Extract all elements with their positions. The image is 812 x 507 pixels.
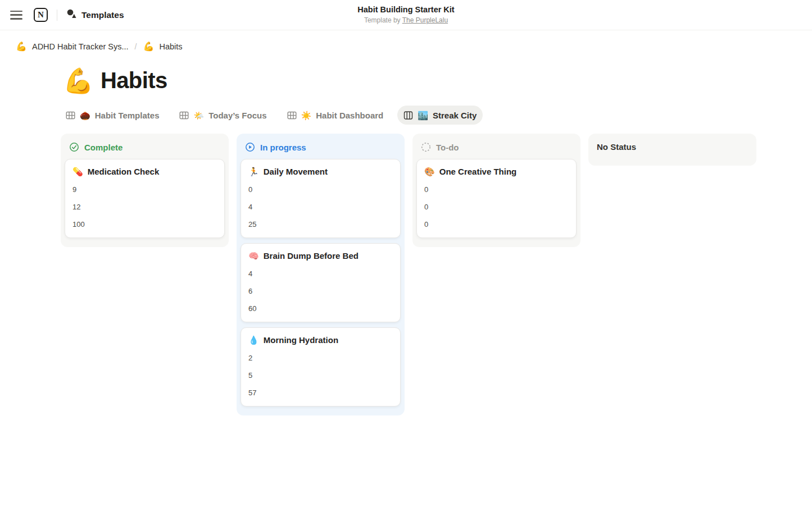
card-title: Brain Dump Before Bed xyxy=(264,251,359,261)
column-title: No Status xyxy=(597,142,636,152)
column-cards: 💊 Medication Check 9 12 100 xyxy=(61,159,229,238)
cityscape-emoji-icon: 🏙️ xyxy=(418,111,428,120)
column-cards: 🏃 Daily Movement 0 4 25 🧠 Brain Dump Bef… xyxy=(237,159,405,406)
card-property-value: 0 xyxy=(424,220,569,230)
tab-habit-dashboard[interactable]: ☀️ Habit Dashboard xyxy=(281,106,390,125)
board-view-icon xyxy=(403,111,413,120)
breadcrumb-separator: / xyxy=(135,42,137,51)
droplet-emoji-icon: 💧 xyxy=(248,336,259,344)
templates-button[interactable]: Templates xyxy=(66,8,124,21)
sun-emoji-icon: ☀️ xyxy=(301,111,312,120)
card-property-value: 2 xyxy=(248,353,393,363)
template-header: Habit Building Starter Kit Template by T… xyxy=(357,4,454,25)
card-daily-movement[interactable]: 🏃 Daily Movement 0 4 25 xyxy=(241,159,401,238)
column-header-in-progress[interactable]: In progress xyxy=(237,134,405,159)
column-title: Complete xyxy=(84,143,123,152)
column-header-complete[interactable]: Complete xyxy=(61,134,229,159)
column-header-to-do[interactable]: To-do xyxy=(412,134,580,159)
table-view-icon xyxy=(66,111,75,120)
card-property-value: 57 xyxy=(248,388,393,398)
templates-label: Templates xyxy=(81,10,124,20)
dashed-circle-icon xyxy=(421,142,431,152)
template-by-text: Template by xyxy=(364,16,402,24)
card-title: Daily Movement xyxy=(264,167,328,176)
card-property-value: 4 xyxy=(248,202,393,212)
tab-streak-city[interactable]: 🏙️ Streak City xyxy=(397,106,483,125)
card-title: One Creative Thing xyxy=(439,167,517,176)
card-property-value: 4 xyxy=(248,269,393,279)
card-property-value: 25 xyxy=(248,220,393,230)
card-property-value: 6 xyxy=(248,286,393,296)
board-column-no-status: No Status xyxy=(588,134,756,166)
template-subtitle: Template by The PurpleLalu xyxy=(357,16,454,25)
tab-todays-focus[interactable]: 🌤️ Today’s Focus xyxy=(173,106,273,125)
board-column-in-progress: In progress 🏃 Daily Movement 0 4 25 🧠 Br… xyxy=(237,134,405,415)
column-cards: 🎨 One Creative Thing 0 0 0 xyxy=(412,159,580,238)
column-title: To-do xyxy=(436,143,459,152)
card-property-value: 0 xyxy=(424,185,569,195)
play-circle-icon xyxy=(245,142,255,152)
card-property-value: 0 xyxy=(248,185,393,195)
breadcrumb-item-habits[interactable]: 💪 Habits xyxy=(139,41,185,52)
page-icon-flex-bicep[interactable]: 💪 xyxy=(63,68,94,93)
shapes-icon xyxy=(66,8,77,21)
breadcrumb-item-adhd-habit-tracker[interactable]: 💪 ADHD Habit Tracker Sys... xyxy=(12,41,132,52)
chestnut-emoji-icon: 🌰 xyxy=(80,111,90,120)
table-view-icon xyxy=(179,111,189,120)
pill-emoji-icon: 💊 xyxy=(72,167,83,176)
flex-bicep-emoji-icon: 💪 xyxy=(143,42,154,51)
card-property-value: 5 xyxy=(248,371,393,381)
card-property-value: 100 xyxy=(72,220,217,230)
brain-emoji-icon: 🧠 xyxy=(248,252,259,260)
tab-label: Today’s Focus xyxy=(208,111,266,120)
table-view-icon xyxy=(287,111,297,120)
top-bar: N Templates Habit Building Starter Kit T… xyxy=(0,0,812,30)
card-brain-dump-before-bed[interactable]: 🧠 Brain Dump Before Bed 4 6 60 xyxy=(241,243,401,322)
breadcrumb-label: Habits xyxy=(159,42,182,51)
tab-label: Habit Dashboard xyxy=(316,111,383,120)
tab-label: Streak City xyxy=(433,111,477,120)
card-property-value: 0 xyxy=(424,202,569,212)
palette-emoji-icon: 🎨 xyxy=(424,167,435,176)
column-title: In progress xyxy=(260,143,306,152)
card-one-creative-thing[interactable]: 🎨 One Creative Thing 0 0 0 xyxy=(416,159,577,238)
breadcrumb: 💪 ADHD Habit Tracker Sys... / 💪 Habits xyxy=(0,30,812,52)
card-medication-check[interactable]: 💊 Medication Check 9 12 100 xyxy=(65,159,225,238)
card-property-value: 12 xyxy=(72,202,217,212)
card-morning-hydration[interactable]: 💧 Morning Hydration 2 5 57 xyxy=(241,327,401,406)
kanban-board: Complete 💊 Medication Check 9 12 100 xyxy=(61,134,812,415)
tab-habit-templates[interactable]: 🌰 Habit Templates xyxy=(60,106,165,125)
template-title: Habit Building Starter Kit xyxy=(357,4,454,15)
runner-emoji-icon: 🏃 xyxy=(248,167,259,176)
view-tabs: 🌰 Habit Templates 🌤️ Today’s Focus ☀️ Ha… xyxy=(60,106,812,125)
check-circle-icon xyxy=(69,142,79,152)
tab-label: Habit Templates xyxy=(95,111,160,120)
card-title: Morning Hydration xyxy=(264,335,338,345)
board-column-complete: Complete 💊 Medication Check 9 12 100 xyxy=(61,134,229,247)
column-header-no-status[interactable]: No Status xyxy=(588,134,756,158)
board-column-to-do: To-do 🎨 One Creative Thing 0 0 0 xyxy=(412,134,580,247)
card-property-value: 9 xyxy=(72,185,217,195)
hamburger-menu-icon[interactable] xyxy=(10,11,22,20)
notion-logo[interactable]: N xyxy=(34,8,48,22)
flex-bicep-emoji-icon: 💪 xyxy=(16,42,27,51)
card-title: Medication Check xyxy=(88,167,160,176)
template-author-link[interactable]: The PurpleLalu xyxy=(402,16,448,24)
card-property-value: 60 xyxy=(248,304,393,314)
page-header: 💪 Habits xyxy=(63,68,812,93)
topbar-divider xyxy=(57,10,57,21)
sun-behind-cloud-emoji-icon: 🌤️ xyxy=(193,111,204,120)
breadcrumb-label: ADHD Habit Tracker Sys... xyxy=(32,42,129,51)
page-title: Habits xyxy=(101,68,167,93)
